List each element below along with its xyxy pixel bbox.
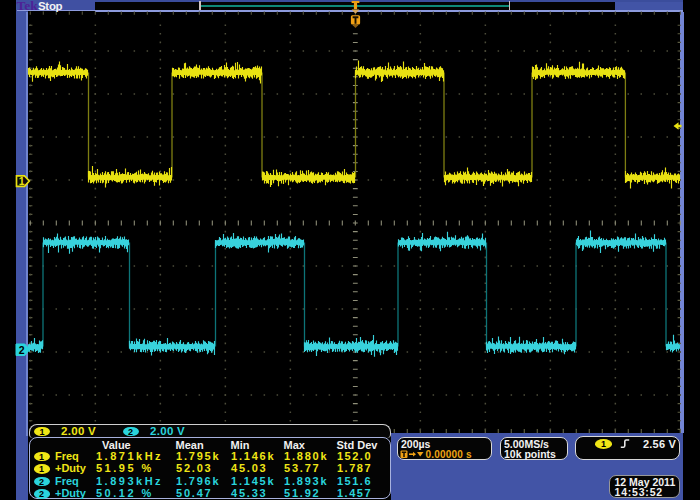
svg-text:2: 2 <box>19 344 25 356</box>
svg-text:1: 1 <box>19 175 25 187</box>
